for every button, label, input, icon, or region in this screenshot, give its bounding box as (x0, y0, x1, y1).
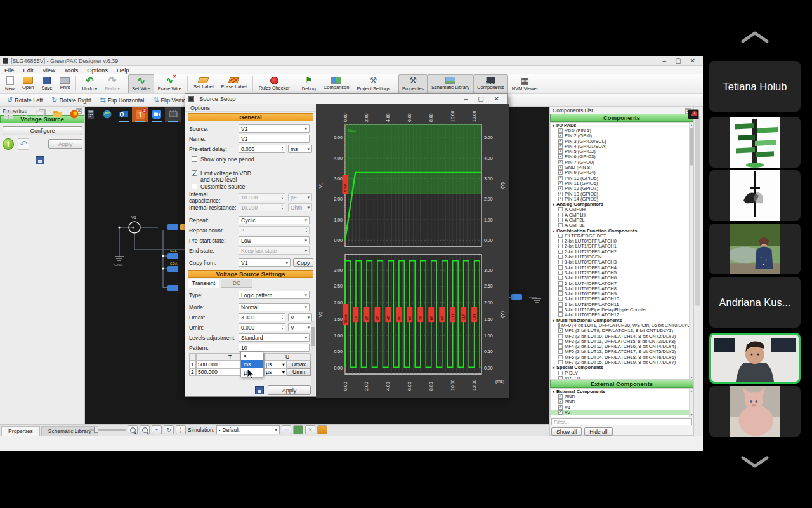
checked-checkbox-icon[interactable]: ✓ (558, 170, 563, 175)
dialog-minimize-button[interactable]: – (464, 95, 468, 102)
copy-button[interactable]: Copy (293, 258, 313, 267)
rules-checker-button[interactable]: Rules Checker (255, 74, 294, 93)
unchecked-checkbox-icon[interactable] (558, 250, 563, 254)
checked-checkbox-icon[interactable]: ✓ (558, 394, 563, 399)
schematic-library-button[interactable]: Schematic Library (428, 74, 473, 93)
unchecked-checkbox-icon[interactable] (558, 260, 563, 264)
folder-sim-icon[interactable] (317, 425, 327, 434)
components-button[interactable]: Components (473, 74, 508, 93)
collapse-icon[interactable]: ▾ (551, 123, 556, 128)
save-settings-icon[interactable] (255, 386, 264, 394)
dialog-close-button[interactable]: ✕ (494, 95, 499, 102)
field-copyfrom[interactable]: V1▾ (239, 258, 291, 267)
rotate-left-button[interactable]: ↺Rotate Left (3, 95, 47, 105)
level-umin-button[interactable]: Umin (287, 368, 311, 376)
tab-properties[interactable]: Properties (1, 426, 40, 436)
unchecked-checkbox-icon[interactable] (558, 223, 563, 227)
collapse-icon[interactable]: ▾ (551, 202, 556, 206)
revert-icon[interactable]: ↶ (18, 138, 29, 150)
search-taskbar-icon[interactable] (16, 107, 33, 122)
unit-option-ms[interactable]: ms (241, 360, 263, 368)
unchecked-checkbox-icon[interactable] (192, 184, 197, 189)
checked-checkbox-icon[interactable]: ✓ (558, 410, 563, 415)
unchecked-checkbox-icon[interactable] (558, 265, 563, 270)
participant-tile-named[interactable]: Tetiana Holub (709, 61, 801, 112)
print-button[interactable]: Print (56, 74, 74, 93)
refresh-icon[interactable]: ↻ (164, 425, 174, 434)
field-type[interactable]: Logic pattern▾ (239, 291, 310, 299)
unchecked-checkbox-icon[interactable] (558, 213, 563, 217)
set-label-button[interactable]: Set Label (190, 74, 218, 93)
checked-checkbox-icon[interactable]: ✓ (558, 160, 563, 164)
undo-button[interactable]: ↶Undo ▾ (78, 74, 101, 93)
unchecked-checkbox-icon[interactable] (558, 376, 563, 380)
field-repeat[interactable]: Cyclic▾ (239, 216, 310, 224)
scroll-down-chevron-icon[interactable] (735, 453, 775, 471)
dialog-maximize-button[interactable]: ▢ (478, 95, 483, 102)
properties-button[interactable]: ⚒Properties (398, 74, 428, 93)
filter-input[interactable]: Filter... (551, 418, 692, 425)
erase-wire-button[interactable]: ∿Erase Wire (154, 74, 185, 93)
tree-item[interactable]: VREF0 (551, 375, 693, 380)
unchecked-checkbox-icon[interactable] (192, 156, 197, 162)
tree-item[interactable]: ✓GND (551, 399, 693, 404)
hide-all-button[interactable]: Hide all (584, 427, 612, 436)
level-umax-button[interactable]: Umax (287, 361, 311, 368)
unchecked-checkbox-icon[interactable] (558, 271, 563, 275)
participant-video-tile[interactable] (709, 224, 801, 274)
unit-select[interactable]: ms▾ (288, 145, 312, 153)
participant-video-tile[interactable] (709, 117, 801, 168)
collapse-icon[interactable]: ▾ (551, 389, 556, 394)
unchecked-checkbox-icon[interactable] (558, 297, 563, 301)
checkbox-customize-source[interactable]: Customize source (192, 184, 312, 190)
zoom-in-icon[interactable] (140, 425, 150, 434)
unchecked-checkbox-icon[interactable] (558, 360, 563, 364)
debug-button[interactable]: ⚑Debug (298, 74, 320, 93)
components-tree-scrollbar[interactable]: ▲▼ (689, 123, 693, 379)
menu-options[interactable]: Options (82, 67, 112, 74)
unchecked-checkbox-icon[interactable] (558, 234, 563, 238)
checked-checkbox-icon[interactable]: ✓ (558, 149, 563, 154)
field-pre-startdelay[interactable]: 0.000▴▾ (239, 145, 285, 153)
flip-horizontal-button[interactable]: ⇆Flip Horizontal (96, 95, 149, 105)
participant-video-tile[interactable] (709, 170, 801, 221)
unchecked-checkbox-icon[interactable] (558, 244, 563, 248)
tab-dc[interactable]: DC (221, 279, 252, 288)
unchecked-checkbox-icon[interactable] (558, 344, 563, 349)
unchecked-checkbox-icon[interactable] (558, 349, 563, 354)
checked-checkbox-icon[interactable]: ✓ (558, 165, 563, 170)
greenpak-taskbar-icon[interactable] (165, 107, 181, 122)
unchecked-checkbox-icon[interactable] (558, 207, 563, 211)
checked-checkbox-icon[interactable]: ✓ (558, 186, 563, 190)
field-internalcapacitance[interactable]: 10.000▴▾ (239, 193, 285, 201)
redo-button[interactable]: ↷Redo ▾ (101, 74, 124, 93)
field-levelsadjustment[interactable]: Standard▾ (239, 333, 310, 342)
unchecked-checkbox-icon[interactable] (558, 218, 563, 222)
zoom-out-icon[interactable] (128, 425, 138, 434)
rotate-right-button[interactable]: ↻Rotate Right (47, 95, 95, 105)
tree-item[interactable]: ✓V2 (551, 410, 693, 415)
checked-checkbox-icon[interactable]: ✓ (558, 328, 563, 333)
apply-button[interactable]: Apply (48, 139, 82, 149)
checked-checkbox-icon[interactable]: ✓ (558, 176, 563, 180)
save-button[interactable]: Save (37, 74, 56, 93)
dialog-titlebar[interactable]: Source Setup – ▢ ✕ (185, 94, 508, 104)
show-all-button[interactable]: Show all (551, 427, 582, 436)
scroll-up-chevron-icon[interactable] (735, 28, 775, 46)
calculator-taskbar-icon[interactable] (82, 107, 99, 122)
field-mode[interactable]: Normal▾ (239, 303, 310, 311)
zoom-slider[interactable] (89, 427, 126, 433)
menu-file[interactable]: File (0, 67, 18, 74)
unchecked-checkbox-icon[interactable] (558, 355, 563, 359)
unchecked-checkbox-icon[interactable] (558, 286, 563, 291)
settings-scrollbar[interactable] (311, 321, 315, 396)
minimize-button[interactable]: – (663, 57, 667, 64)
unchecked-checkbox-icon[interactable] (558, 302, 563, 307)
firefox-taskbar-icon[interactable] (66, 107, 82, 122)
checked-checkbox-icon[interactable]: ✓ (558, 139, 563, 144)
field-endstate[interactable]: Keep last state▾ (239, 246, 310, 255)
pan-icon[interactable]: + (152, 425, 162, 434)
menu-tools[interactable]: Tools (60, 67, 82, 74)
configure-button[interactable]: Configure (3, 126, 82, 135)
collapse-icon[interactable]: ▾ (551, 229, 556, 233)
